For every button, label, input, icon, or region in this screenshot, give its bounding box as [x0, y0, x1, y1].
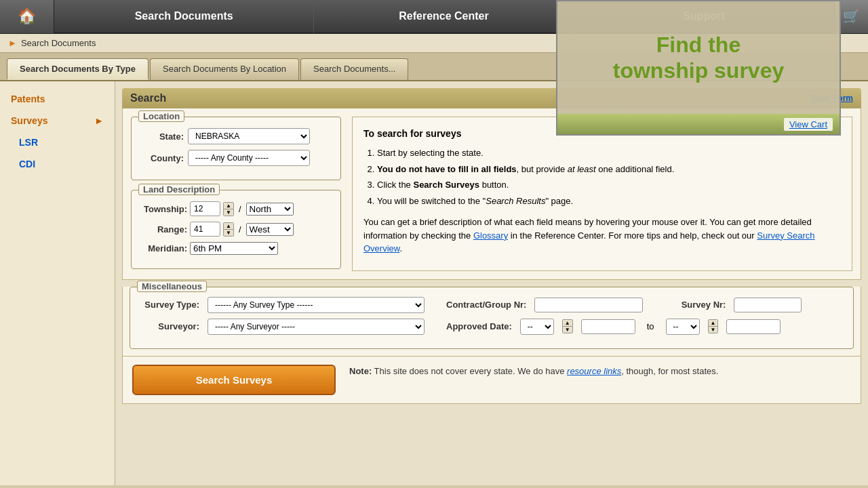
approved-date-to-input[interactable] [726, 319, 781, 334]
info-step-1: Start by selecting the state. [377, 146, 841, 160]
bottom-section: Search Surveys Note: This site does not … [122, 357, 861, 404]
sidebar-item-surveys[interactable]: Surveys ► [0, 110, 115, 131]
survey-nr-input[interactable] [734, 298, 802, 312]
land-description-legend: Land Description [138, 184, 220, 195]
miscellaneous-fieldset: Miscellaneous Survey Type: ------ Any Su… [130, 287, 854, 349]
breadcrumb-arrow: ► [8, 38, 17, 48]
info-panel: To search for surveys Start by selecting… [352, 117, 852, 271]
sidebar-item-lsr[interactable]: LSR [0, 131, 115, 153]
surveyor-label: Surveyor: [138, 321, 199, 331]
range-direction-select[interactable]: West East [246, 223, 294, 236]
nav-reference-center-label: Reference Center [399, 10, 489, 22]
search-panel: Search Clear Form Location State: NEBRAS… [115, 81, 868, 485]
survey-nr-label: Survey Nr: [665, 300, 726, 310]
search-title: Search [130, 92, 166, 104]
popup-footer: View Cart [557, 114, 840, 134]
view-cart-link[interactable]: View Cart [784, 118, 833, 131]
state-row: State: NEBRASKA [140, 128, 332, 144]
county-row: County: ----- Any County ----- [140, 150, 332, 166]
miscellaneous-legend: Miscellaneous [137, 281, 207, 292]
info-step-4: You will be switched to the "Search Resu… [377, 195, 841, 208]
approved-date-from-input[interactable] [581, 319, 635, 334]
info-step-3: Click the Search Surveys button. [377, 178, 841, 192]
home-icon: 🏠 [18, 7, 36, 25]
popup-overlay: Find thetownship survey View Cart [556, 0, 841, 136]
survey-type-label: Survey Type: [138, 300, 199, 310]
surveyor-select[interactable]: ----- Any Surveyor ----- [208, 319, 425, 335]
main-content: Patents Surveys ► LSR CDI Search Clear F… [0, 81, 868, 485]
county-select[interactable]: ----- Any County ----- [188, 150, 310, 166]
contract-group-label: Contract/Group Nr: [446, 300, 526, 310]
note-text: Note: This site does not cover every sta… [349, 365, 718, 378]
nav-reference-center[interactable]: Reference Center [314, 0, 574, 33]
info-steps-list: Start by selecting the state. You do not… [363, 146, 841, 207]
popup-content: Find thetownship survey [557, 1, 840, 114]
meridian-row: Meridian: 6th PM 5th PM Black Hills Cima… [140, 242, 332, 255]
state-select[interactable]: NEBRASKA [188, 128, 310, 144]
tab-search-by-location[interactable]: Search Documents By Location [150, 58, 299, 80]
township-stepper[interactable]: ▲▼ [223, 202, 234, 216]
glossary-link[interactable]: Glossary [473, 230, 508, 241]
township-input[interactable] [190, 201, 220, 216]
date-to-label: to [647, 321, 654, 331]
info-paragraph-1: You can get a brief description of what … [363, 216, 841, 256]
info-step-2: You do not have to fill in all fields, b… [377, 163, 841, 176]
state-label: State: [140, 131, 184, 142]
approved-date-from-select[interactable]: -- [520, 319, 554, 335]
location-legend: Location [138, 110, 184, 122]
approved-date-to-select[interactable]: -- [666, 319, 700, 335]
approved-date-label: Approved Date: [446, 321, 512, 331]
range-row: Range: ▲▼ / West East [140, 222, 332, 237]
survey-search-overview-link[interactable]: Survey Search Overview [363, 230, 815, 254]
sidebar-item-patents[interactable]: Patents [0, 88, 115, 110]
search-surveys-button[interactable]: Search Surveys [132, 365, 336, 395]
location-fieldset: Location State: NEBRASKA County: ----- A… [131, 117, 341, 180]
land-description-fieldset: Land Description Township: ▲▼ / North So… [131, 190, 341, 269]
approved-date-to-stepper[interactable]: ▲▼ [708, 319, 719, 333]
popup-text: Find thetownship survey [613, 32, 785, 84]
resource-links-link[interactable]: resource links [567, 366, 621, 376]
nav-search-documents[interactable]: Search Documents [54, 0, 314, 33]
home-button[interactable]: 🏠 [0, 0, 54, 33]
meridian-label: Meridian: [140, 243, 187, 253]
county-label: County: [140, 153, 184, 163]
chevron-right-icon: ► [94, 115, 104, 126]
surveyor-row: Surveyor: ----- Any Surveyor ----- Appro… [138, 319, 845, 335]
survey-type-select[interactable]: ------ Any Survey Type ------ [208, 297, 425, 313]
miscellaneous-section: Miscellaneous Survey Type: ------ Any Su… [122, 287, 861, 357]
meridian-select[interactable]: 6th PM 5th PM Black Hills Cimarron India… [190, 242, 278, 255]
sidebar: Patents Surveys ► LSR CDI [0, 81, 115, 485]
approved-date-from-stepper[interactable]: ▲▼ [562, 319, 573, 333]
range-stepper[interactable]: ▲▼ [223, 222, 234, 237]
township-direction-select[interactable]: North South [246, 203, 294, 216]
breadcrumb-text: Search Documents [21, 38, 96, 48]
cart-icon: 🛒 [843, 8, 860, 24]
sidebar-item-cdi[interactable]: CDI [0, 153, 115, 175]
survey-type-row: Survey Type: ------ Any Survey Type ----… [138, 297, 845, 313]
tab-search-documents-extra[interactable]: Search Documents... [300, 58, 408, 80]
tab-search-by-type[interactable]: Search Documents By Type [7, 58, 149, 80]
range-label: Range: [140, 224, 187, 235]
township-row: Township: ▲▼ / North South [140, 201, 332, 216]
nav-search-documents-label: Search Documents [135, 10, 233, 22]
contract-group-input[interactable] [534, 298, 643, 312]
township-label: Township: [140, 204, 187, 214]
left-panel: Location State: NEBRASKA County: ----- A… [131, 117, 341, 271]
range-input[interactable] [190, 222, 220, 237]
